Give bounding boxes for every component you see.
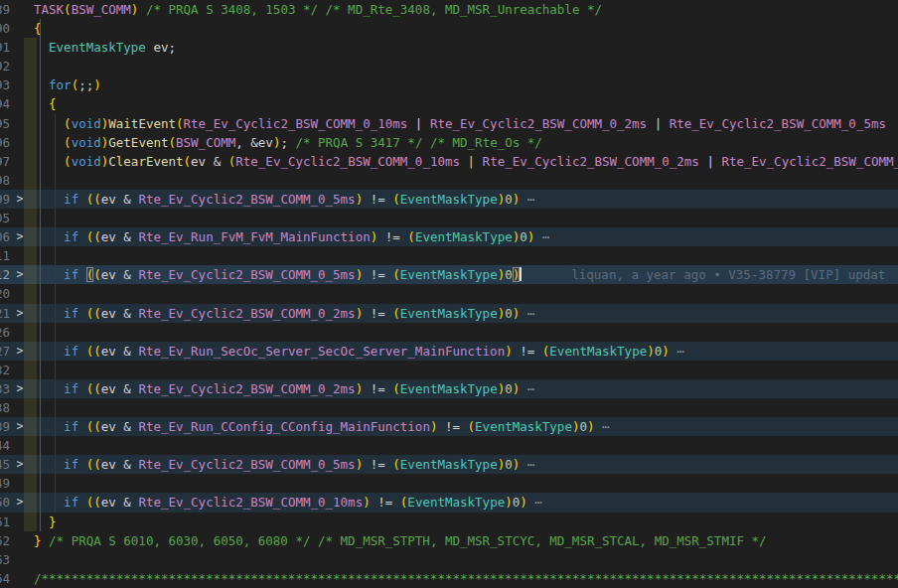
code-line[interactable]: 220 [0, 284, 898, 303]
line-number[interactable]: 197 [0, 152, 10, 171]
fold-ellipsis[interactable]: ⋯ [520, 457, 534, 472]
line-number[interactable]: 206 [0, 227, 10, 246]
line-number[interactable]: 263 [0, 550, 10, 569]
code-token [318, 2, 326, 17]
line-number[interactable]: 238 [0, 398, 10, 417]
code-line[interactable]: 264/************************************… [0, 569, 898, 588]
code-line[interactable]: 250> if ((ev & Rte_Ev_Cyclic2_BSW_COMM_0… [0, 493, 898, 512]
code-line[interactable]: 221> if ((ev & Rte_Ev_Cyclic2_BSW_COMM_0… [0, 304, 898, 323]
line-number[interactable]: 239 [0, 417, 10, 436]
code-token: Rte_Ev_Cyclic2_BSW_COMM_0_5ms [721, 154, 898, 169]
code-line[interactable]: 198 [0, 171, 898, 190]
fold-ellipsis[interactable]: ⋯ [595, 419, 610, 434]
fold-ellipsis[interactable]: ⋯ [670, 344, 684, 359]
line-number[interactable]: 212 [0, 265, 10, 284]
code-token [34, 381, 64, 396]
fold-ellipsis[interactable]: ⋯ [534, 229, 549, 244]
code-token: 0 [520, 229, 527, 244]
line-number[interactable]: 191 [0, 38, 10, 57]
line-number[interactable]: 261 [0, 513, 10, 531]
code-line-current[interactable]: 212> if ((ev & Rte_Ev_Cyclic2_BSW_COMM_0… [0, 265, 898, 284]
code-line[interactable]: 195 (void)WaitEvent(Rte_Ev_Cyclic2_BSW_C… [0, 114, 898, 133]
code-line[interactable]: 197 (void)ClearEvent(ev & (Rte_Ev_Cyclic… [0, 152, 898, 171]
line-number[interactable]: 196 [0, 133, 10, 152]
line-number[interactable]: 195 [0, 114, 10, 133]
code-token: ev & [101, 229, 139, 244]
code-line[interactable]: 192 [0, 57, 898, 75]
code-line[interactable]: 238 [0, 398, 898, 417]
code-token: Rte_Ev_Run_SecOc_Server_SecOc_Server_Mai… [138, 344, 505, 359]
code-token: | [699, 154, 722, 169]
line-number[interactable]: 189 [0, 0, 10, 19]
code-token: /* PRQA S 3417 */ [295, 135, 422, 150]
code-token: Rte_Ev_Cyclic2_BSW_COMM_0_5ms [670, 116, 886, 131]
code-line[interactable]: 196 (void)GetEvent(BSW_COMM, &ev); /* PR… [0, 133, 898, 152]
code-line[interactable]: 206> if ((ev & Rte_Ev_Run_FvM_FvM_MainFu… [0, 227, 898, 246]
code-token: EventMaskType [415, 229, 513, 244]
code-token: { [34, 21, 42, 36]
line-number[interactable]: 220 [0, 284, 10, 303]
line-number[interactable]: 244 [0, 436, 10, 455]
code-line[interactable]: 190{ [0, 19, 898, 38]
code-token: ( [169, 135, 177, 150]
fold-ellipsis[interactable]: ⋯ [520, 381, 534, 396]
code-line[interactable]: 205 [0, 209, 898, 227]
code-line[interactable]: 194 { [0, 94, 898, 113]
code-line[interactable]: 239> if ((ev & Rte_Ev_Run_CConfig_CConfi… [0, 417, 898, 436]
line-number[interactable]: 194 [0, 94, 10, 113]
line-number[interactable]: 193 [0, 75, 10, 94]
code-token: != [437, 419, 467, 434]
line-number[interactable]: 190 [0, 19, 10, 38]
line-number[interactable]: 233 [0, 379, 10, 398]
line-number[interactable]: 199 [0, 190, 10, 209]
line-number[interactable]: 264 [0, 569, 10, 588]
line-number[interactable]: 250 [0, 493, 10, 512]
git-change-bar [24, 284, 37, 303]
code-line[interactable]: 233> if ((ev & Rte_Ev_Cyclic2_BSW_COMM_0… [0, 379, 898, 398]
code-line[interactable]: 227> if ((ev & Rte_Ev_Run_SecOc_Server_S… [0, 342, 898, 361]
code-line[interactable]: 226 [0, 323, 898, 342]
line-number[interactable]: 198 [0, 171, 10, 190]
line-number[interactable]: 249 [0, 474, 10, 493]
git-change-bar [24, 493, 37, 512]
line-number[interactable]: 232 [0, 361, 10, 379]
code-line[interactable]: 199> if ((ev & Rte_Ev_Cyclic2_BSW_COMM_0… [0, 190, 898, 209]
code-line[interactable]: 191 EventMaskType ev; [0, 38, 898, 57]
fold-ellipsis[interactable]: ⋯ [527, 495, 542, 510]
code-line[interactable]: 189TASK(BSW_COMM) /* PRQA S 3408, 1503 *… [0, 0, 898, 19]
fold-ellipsis[interactable]: ⋯ [520, 192, 534, 207]
code-token: ) [363, 495, 371, 510]
code-token: ev & [101, 306, 139, 321]
line-number[interactable]: 205 [0, 209, 10, 227]
code-token: ( [93, 381, 101, 396]
code-line[interactable]: 193 for(;;) [0, 75, 898, 94]
git-change-bar [24, 171, 37, 190]
line-number[interactable]: 262 [0, 531, 10, 550]
line-number[interactable]: 192 [0, 57, 10, 75]
code-line[interactable]: 245> if ((ev & Rte_Ev_Cyclic2_BSW_COMM_0… [0, 455, 898, 474]
code-token [34, 192, 64, 207]
code-line[interactable]: 261 } [0, 513, 898, 531]
code-line[interactable]: 211 [0, 246, 898, 265]
code-line[interactable]: 232 [0, 361, 898, 379]
code-token [34, 229, 64, 244]
code-editor[interactable]: 189TASK(BSW_COMM) /* PRQA S 3408, 1503 *… [0, 0, 898, 588]
code-token: != [371, 495, 400, 510]
code-token: EventMaskType [549, 344, 647, 359]
line-number[interactable]: 227 [0, 342, 10, 361]
line-number[interactable]: 221 [0, 304, 10, 323]
line-number[interactable]: 245 [0, 455, 10, 474]
fold-ellipsis[interactable]: ⋯ [520, 306, 534, 321]
code-line[interactable]: 263 [0, 550, 898, 569]
code-token: ( [392, 381, 400, 396]
code-line[interactable]: 244 [0, 436, 898, 455]
code-token: ev; [146, 40, 176, 55]
code-token: GetEvent [108, 135, 168, 150]
code-line[interactable]: 249 [0, 474, 898, 493]
code-line[interactable]: 262} /* PRQA S 6010, 6030, 6050, 6080 */… [0, 531, 898, 550]
line-number[interactable]: 226 [0, 323, 10, 342]
code-token: ) [587, 419, 595, 434]
code-token [34, 116, 64, 131]
line-number[interactable]: 211 [0, 246, 10, 265]
code-token: ) [505, 495, 513, 510]
